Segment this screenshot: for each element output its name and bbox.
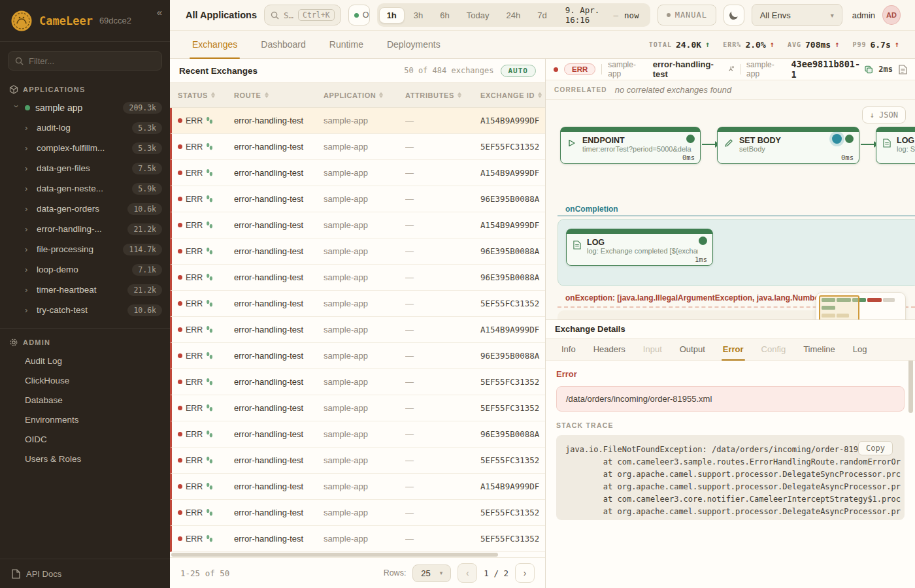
next-page-button[interactable]: › [515,563,535,583]
time-range-button[interactable]: 6h [432,7,457,24]
status-text: ERR [186,430,203,439]
date-range-display[interactable]: 9. Apr. 16:16 – now [556,5,648,25]
copy-icon[interactable] [865,65,873,74]
download-json-button[interactable]: ↓ JSON [862,106,906,123]
nav-tab[interactable]: Dashboard [261,31,306,58]
table-row[interactable]: ERR error-handling-test sample-app — 96E… [170,421,545,448]
copy-button[interactable]: Copy [858,441,893,455]
table-row[interactable]: ERR error-handling-test sample-app — 5EF… [170,526,545,552]
minimap-viewport[interactable] [819,295,859,319]
sidebar-route-item[interactable]: › error-handling-... 21.2k [0,219,170,239]
sidebar-filter-input[interactable]: Filter... [8,51,162,71]
table-row[interactable]: ERR error-handling-test sample-app — 5EF… [170,395,545,421]
column-header[interactable]: ATTRIBUTES [405,91,480,99]
table-row[interactable]: ERR error-handling-test sample-app — A15… [170,317,545,343]
flow-node-log[interactable]: LOG log: Sta [876,127,915,164]
global-search-input[interactable]: S… Ctrl+K [264,5,341,25]
scrollbar-thumb[interactable] [171,553,498,557]
horizontal-scrollbar[interactable] [170,552,545,558]
sidebar-admin-item[interactable]: Environments [0,410,170,429]
chevron-right-icon[interactable]: › [25,285,31,295]
flow-node-setbody[interactable]: SET BODY setBody 0ms [717,127,859,164]
chevron-right-icon[interactable]: › [25,184,31,193]
column-header[interactable]: EXCHANGE ID [480,91,545,99]
table-row[interactable]: ERR error-handling-test sample-app — 5EF… [170,291,545,317]
sidebar-route-item[interactable]: › complex-fulfillm... 5.3k [0,138,170,158]
nav-tab[interactable]: Exchanges [192,31,237,58]
chevron-right-icon[interactable]: › [25,224,31,234]
sidebar-route-item[interactable]: › data-gen-orders 10.6k [0,199,170,219]
chevron-right-icon[interactable]: › [25,265,31,274]
flow-node-endpoint[interactable]: ENDPOINT timer:errorTest?period=5000&del… [560,127,701,164]
details-tab[interactable]: Input [643,339,662,360]
details-tab[interactable]: Log [853,339,867,360]
time-range-button[interactable]: 1h [379,7,405,24]
manual-refresh-button[interactable]: MANUAL [657,5,716,25]
column-header[interactable]: APPLICATION [324,91,405,99]
table-row[interactable]: ERR error-handling-test sample-app — 96E… [170,343,545,369]
table-row[interactable]: ERR error-handling-test sample-app — 5EF… [170,448,545,474]
table-row[interactable]: ERR error-handling-test sample-app — 5EF… [170,134,545,160]
avatar[interactable]: AD [882,5,901,25]
table-row[interactable]: ERR error-handling-test sample-app — 5EF… [170,500,545,526]
details-tab[interactable]: Config [761,339,786,360]
sidebar-admin-item[interactable]: ClickHouse [0,370,170,390]
sidebar-route-item[interactable]: › data-gen-files 7.5k [0,158,170,178]
table-row[interactable]: ERR error-handling-test sample-app — A15… [170,108,545,134]
table-row[interactable]: ERR error-handling-test sample-app — 96E… [170,186,545,212]
stat-item: TOTAL 24.0K ↑ [649,40,710,50]
chevron-right-icon[interactable]: › [25,163,31,173]
rows-per-page-select[interactable]: 25 ▾ [412,564,451,582]
details-tab[interactable]: Timeline [803,339,835,360]
table-row[interactable]: ERR error-handling-test sample-app — 5EF… [170,369,545,395]
detail-route-link[interactable]: error-handling-test [653,59,734,79]
nav-tab[interactable]: Runtime [329,31,363,58]
chevron-right-icon[interactable]: › [25,143,31,153]
chevron-down-icon[interactable]: › [12,105,22,111]
sidebar-admin-item[interactable]: Audit Log [0,351,170,370]
chevron-right-icon[interactable]: › [25,123,31,133]
sidebar-admin-item[interactable]: Users & Roles [0,449,170,468]
sidebar-admin-item[interactable]: Database [0,390,170,410]
table-row[interactable]: ERR error-handling-test sample-app — A15… [170,160,545,186]
table-row[interactable]: ERR error-handling-test sample-app — A15… [170,474,545,500]
nav-tab[interactable]: Deployments [387,31,441,58]
sidebar-route-item[interactable]: › data-gen-neste... 5.9k [0,178,170,199]
prev-page-button[interactable]: ‹ [458,563,477,583]
table-row[interactable]: ERR error-handling-test sample-app — A15… [170,212,545,238]
environment-select[interactable]: All Envs ▾ [752,4,842,26]
sidebar-route-item[interactable]: › timer-heartbeat 21.2k [0,280,170,300]
flow-node-completion-log[interactable]: LOG log: Exchange completed [${exchan 1m… [566,229,713,266]
time-range-button[interactable]: Today [459,7,497,24]
time-range-button[interactable]: 3h [406,7,431,24]
chevron-right-icon[interactable]: › [25,204,31,214]
time-range-button[interactable]: 24h [498,7,528,24]
chevron-right-icon[interactable]: › [25,305,31,315]
open-log-icon[interactable] [899,65,907,74]
sidebar-item-api-docs[interactable]: API Docs [0,559,170,588]
time-range-button[interactable]: 7d [529,7,554,24]
sidebar-route-item[interactable]: › try-catch-test 10.6k [0,300,170,320]
column-header[interactable]: STATUS [178,91,234,99]
details-tab[interactable]: Info [561,339,576,360]
dark-mode-toggle[interactable] [724,5,744,25]
column-header[interactable]: ROUTE [234,91,324,99]
table-row[interactable]: ERR error-handling-test sample-app — 96E… [170,238,545,265]
sidebar-route-item[interactable]: › audit-log 5.3k [0,118,170,138]
table-row[interactable]: ERR error-handling-test sample-app — 96E… [170,265,545,291]
sidebar-collapse-icon[interactable]: « [157,7,162,18]
details-tab[interactable]: Output [680,339,705,360]
sidebar-item-sample-app[interactable]: › sample app 209.3k [0,98,170,118]
chevron-right-icon[interactable]: › [25,244,31,254]
flow-minimap[interactable] [816,292,906,319]
exchange-id-cell: 5EF55FC31352 [480,299,545,308]
sidebar-admin-item[interactable]: OIDC [0,429,170,449]
auto-refresh-badge[interactable]: AUTO [501,65,537,77]
details-tab[interactable]: Headers [593,339,625,360]
json-label: JSON [879,110,898,120]
route-flow-canvas[interactable]: ↓ JSON ENDPOINT timer:errorTest?period=5… [546,100,915,319]
details-tab[interactable]: Error [723,339,744,360]
vertical-scrollbar[interactable] [908,361,913,413]
sidebar-route-item[interactable]: › file-processing 114.7k [0,239,170,259]
sidebar-route-item[interactable]: › loop-demo 7.1k [0,259,170,280]
